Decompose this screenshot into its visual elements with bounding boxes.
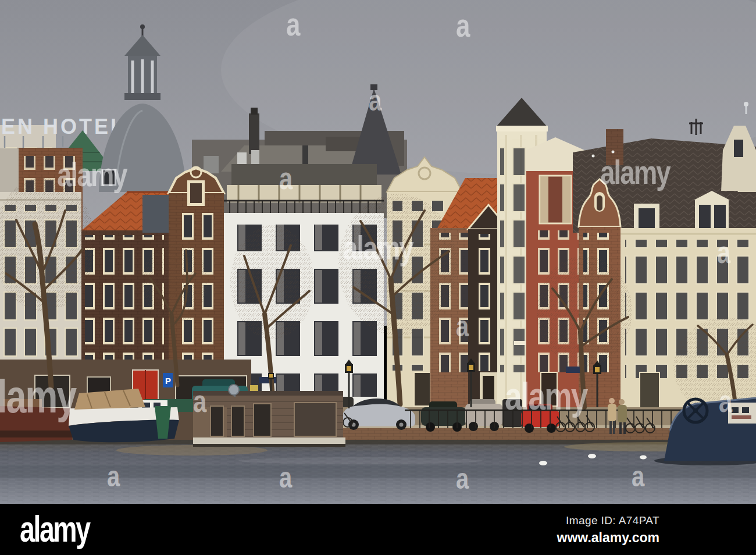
svg-text:P: P [165, 376, 171, 386]
houseboat [193, 385, 345, 447]
dormer-window [634, 204, 659, 230]
alamy-url: www.alamy.com [557, 530, 659, 546]
footer-info: Image ID: A74PAT www.alamy.com [557, 514, 659, 546]
alamy-logo: alamy [20, 511, 90, 547]
stock-photo: EN HOTEL [0, 0, 756, 555]
footer-bar: alamy Image ID: A74PAT www.alamy.com [0, 504, 756, 555]
parking-sign: P [163, 373, 173, 387]
image-id: Image ID: A74PAT [557, 514, 659, 527]
water [0, 440, 756, 504]
hotel-sign: EN HOTEL [1, 115, 126, 138]
photo-canal-scene: EN HOTEL [0, 0, 756, 504]
